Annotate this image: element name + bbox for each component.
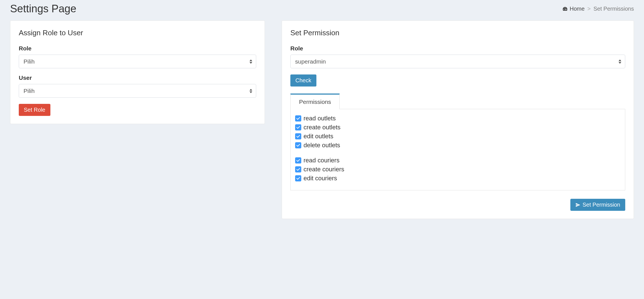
permission-checkbox[interactable] bbox=[295, 133, 301, 139]
assign-role-title: Assign Role to User bbox=[19, 29, 256, 37]
paper-plane-icon bbox=[575, 202, 580, 207]
permission-role-label: Role bbox=[290, 45, 625, 52]
set-permission-card: Set Permission Role superadmin Check bbox=[282, 20, 634, 219]
set-permission-label: Set Permission bbox=[583, 202, 620, 208]
role-select[interactable]: Pilih bbox=[19, 55, 256, 68]
permission-checkbox[interactable] bbox=[295, 142, 301, 148]
permission-checkbox[interactable] bbox=[295, 115, 301, 122]
breadcrumb-current: Set Permissions bbox=[594, 6, 634, 12]
permission-role-select[interactable]: superadmin bbox=[290, 55, 625, 68]
page-header: Settings Page Home > Set Permissions bbox=[10, 0, 634, 20]
permission-label: create couriers bbox=[304, 166, 344, 173]
permissions-tab-content: read outlets create outlets edit outlets bbox=[290, 109, 625, 190]
permission-label: read outlets bbox=[304, 115, 336, 122]
permission-item: read couriers bbox=[295, 157, 621, 164]
breadcrumb-home-label: Home bbox=[570, 6, 584, 12]
permission-item: create couriers bbox=[295, 166, 621, 173]
assign-role-card: Assign Role to User Role Pilih User Pili… bbox=[10, 20, 265, 124]
permission-checkbox[interactable] bbox=[295, 166, 301, 172]
check-button[interactable]: Check bbox=[290, 74, 316, 87]
permission-label: delete outlets bbox=[304, 142, 340, 149]
tab-permissions[interactable]: Permissions bbox=[290, 94, 340, 109]
breadcrumb-home-link[interactable]: Home bbox=[562, 6, 584, 12]
permission-label: edit couriers bbox=[304, 175, 337, 182]
user-label: User bbox=[19, 74, 256, 81]
permission-item: edit couriers bbox=[295, 175, 621, 182]
permission-label: edit outlets bbox=[304, 133, 333, 140]
user-select[interactable]: Pilih bbox=[19, 84, 256, 98]
permission-item: delete outlets bbox=[295, 142, 621, 149]
permission-item: create outlets bbox=[295, 124, 621, 131]
check-button-label: Check bbox=[295, 77, 311, 84]
permission-label: read couriers bbox=[304, 157, 339, 164]
role-label: Role bbox=[19, 45, 256, 52]
permission-item: read outlets bbox=[295, 115, 621, 122]
permission-checkbox[interactable] bbox=[295, 175, 301, 181]
set-role-label: Set Role bbox=[24, 107, 45, 113]
permission-checkbox[interactable] bbox=[295, 157, 301, 163]
permission-checkbox[interactable] bbox=[295, 124, 301, 130]
tab-permissions-label: Permissions bbox=[299, 99, 331, 105]
permission-label: create outlets bbox=[304, 124, 340, 131]
set-permission-button[interactable]: Set Permission bbox=[570, 199, 626, 211]
permission-item: edit outlets bbox=[295, 133, 621, 140]
set-role-button[interactable]: Set Role bbox=[19, 104, 50, 116]
breadcrumb-separator: > bbox=[587, 6, 591, 12]
dashboard-icon bbox=[562, 6, 568, 11]
breadcrumb: Home > Set Permissions bbox=[562, 6, 634, 12]
permissions-tabs: Permissions read outlets create outlets bbox=[290, 94, 625, 190]
page-title: Settings Page bbox=[10, 3, 76, 15]
set-permission-title: Set Permission bbox=[290, 29, 625, 37]
